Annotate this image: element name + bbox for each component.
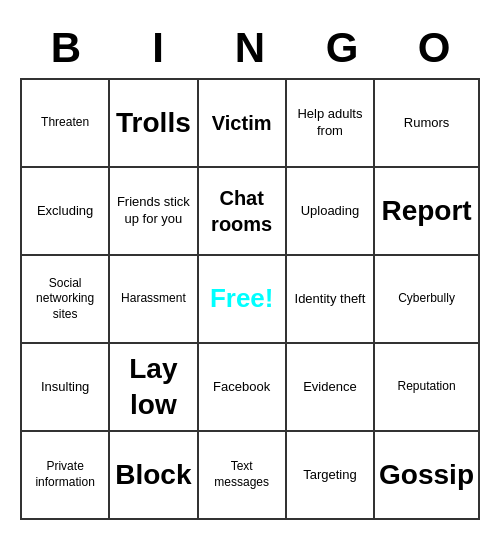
bingo-cell-21: Block	[110, 432, 198, 520]
bingo-grid: ThreatenTrollsVictimHelp adults fromRumo…	[20, 78, 480, 520]
title-i: I	[114, 24, 202, 72]
bingo-cell-18: Evidence	[287, 344, 375, 432]
bingo-cell-7: Chat rooms	[199, 168, 287, 256]
title-b: B	[22, 24, 110, 72]
title-o: O	[390, 24, 478, 72]
bingo-cell-19: Reputation	[375, 344, 480, 432]
bingo-cell-13: Identity theft	[287, 256, 375, 344]
bingo-cell-14: Cyberbully	[375, 256, 480, 344]
bingo-cell-1: Trolls	[110, 80, 198, 168]
bingo-cell-16: Lay low	[110, 344, 198, 432]
bingo-cell-12: Free!	[199, 256, 287, 344]
title-g: G	[298, 24, 386, 72]
bingo-cell-10: Social networking sites	[22, 256, 110, 344]
bingo-cell-5: Excluding	[22, 168, 110, 256]
bingo-cell-4: Rumors	[375, 80, 480, 168]
bingo-cell-15: Insulting	[22, 344, 110, 432]
bingo-cell-24: Gossip	[375, 432, 480, 520]
bingo-cell-23: Targeting	[287, 432, 375, 520]
bingo-card: B I N G O ThreatenTrollsVictimHelp adult…	[10, 14, 490, 530]
bingo-cell-6: Friends stick up for you	[110, 168, 198, 256]
bingo-cell-22: Text messages	[199, 432, 287, 520]
bingo-cell-17: Facebook	[199, 344, 287, 432]
bingo-cell-3: Help adults from	[287, 80, 375, 168]
bingo-cell-8: Uploading	[287, 168, 375, 256]
bingo-cell-11: Harassment	[110, 256, 198, 344]
bingo-cell-2: Victim	[199, 80, 287, 168]
bingo-cell-20: Private information	[22, 432, 110, 520]
title-n: N	[206, 24, 294, 72]
bingo-cell-9: Report	[375, 168, 480, 256]
bingo-title: B I N G O	[20, 24, 480, 72]
bingo-cell-0: Threaten	[22, 80, 110, 168]
